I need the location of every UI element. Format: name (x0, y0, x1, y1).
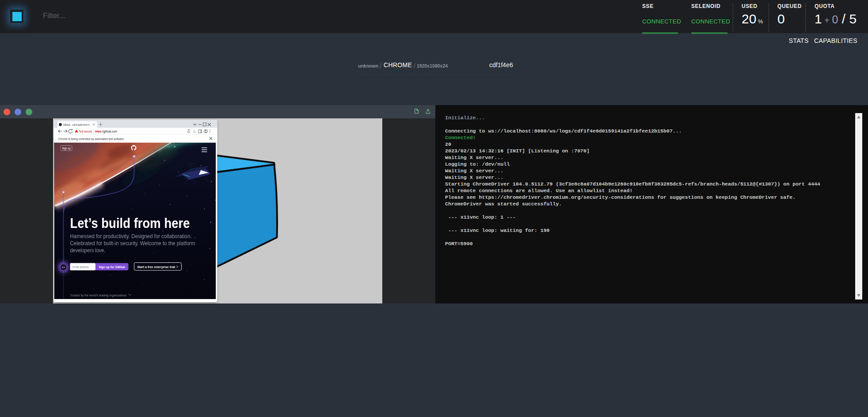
svg-text:https: https (95, 129, 101, 133)
svg-text:Sign up: Sign up (62, 147, 71, 150)
svg-text:<>: <> (62, 266, 65, 269)
svg-text:Trusted by the world’s leading: Trusted by the world’s leading organizat… (70, 293, 127, 297)
svg-text:Email address: Email address (72, 265, 89, 269)
svg-text:developers love.: developers love. (70, 247, 106, 254)
svg-text:Let’s build from here: Let’s build from here (70, 216, 190, 231)
svg-text:Start a free enterprise trial: Start a free enterprise trial (137, 265, 175, 269)
svg-text:://github.com: ://github.com (101, 129, 117, 133)
svg-text:Harnessed for productivity. De: Harnessed for productivity. Designed for… (70, 233, 192, 239)
svg-text:Celebrated for built-in securi: Celebrated for built-in security. Welcom… (70, 240, 195, 246)
svg-text:Chrome is being controlled by: Chrome is being controlled by automated … (58, 137, 125, 141)
svg-text:Not secure: Not secure (79, 129, 92, 133)
svg-text:☆: ☆ (193, 129, 197, 134)
svg-text:GitHub · Let’s build from h: GitHub · Let’s build from h (63, 123, 90, 126)
svg-text:Sign up for GitHub: Sign up for GitHub (99, 265, 125, 269)
